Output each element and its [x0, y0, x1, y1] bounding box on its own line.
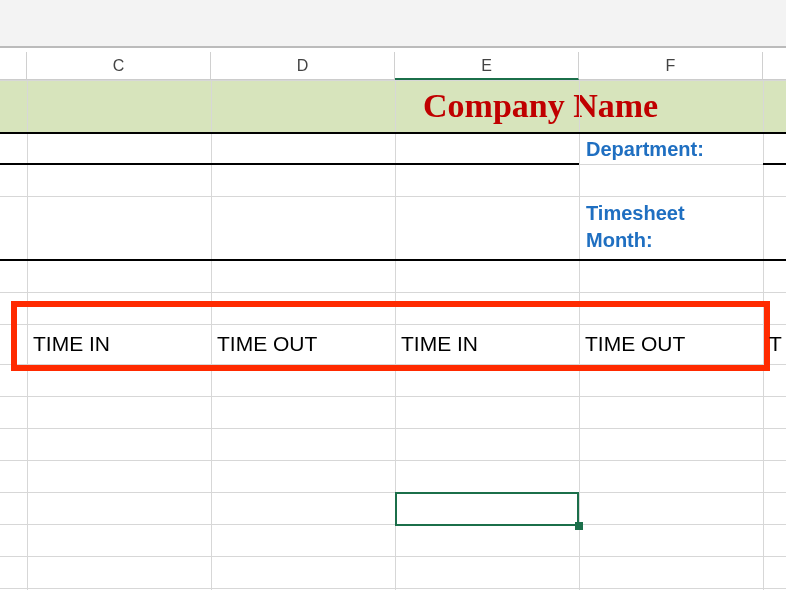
selected-cell[interactable] — [395, 492, 579, 526]
column-header-row: C D E F — [0, 52, 786, 80]
toolbar-area — [0, 0, 786, 46]
company-name-title: Company Name — [423, 80, 785, 132]
column-header-E[interactable]: E — [395, 52, 579, 80]
column-header-C[interactable]: C — [27, 52, 211, 80]
spreadsheet-viewport: C D E F Company Name Department: Timeshe… — [0, 0, 786, 590]
gridline-h — [0, 196, 786, 197]
column-header-C-label: C — [113, 57, 125, 74]
border-bot-row2 — [0, 163, 579, 165]
gridline-h — [0, 492, 786, 493]
selection-fill-handle[interactable] — [575, 522, 583, 530]
label-timesheet-month-line1: Timesheet — [586, 201, 685, 225]
column-header-F-label: F — [666, 57, 676, 74]
border-bot-row2-right — [763, 163, 786, 165]
border-top-row2 — [0, 132, 786, 134]
column-header-D-label: D — [297, 57, 309, 74]
gridline-h — [0, 428, 786, 429]
rowcol-corner[interactable] — [0, 52, 27, 80]
label-timesheet-month-line2: Month: — [586, 228, 653, 252]
header-time-out-1: TIME OUT — [217, 332, 317, 356]
gridline-h — [0, 80, 786, 81]
header-time-in-1: TIME IN — [33, 332, 110, 356]
gridline-h — [0, 588, 786, 589]
header-partial-g: T — [769, 332, 782, 356]
column-header-F[interactable]: F — [579, 52, 763, 80]
gridline-h — [0, 524, 786, 525]
header-time-out-2: TIME OUT — [585, 332, 685, 356]
gridline-h — [0, 292, 786, 293]
column-header-D[interactable]: D — [211, 52, 395, 80]
column-header-E-label: E — [481, 57, 492, 74]
gridline-h — [0, 396, 786, 397]
column-header-G-partial[interactable] — [763, 52, 786, 80]
toolbar-border — [0, 46, 786, 48]
border-bot-row4 — [0, 259, 786, 261]
header-time-in-2: TIME IN — [401, 332, 478, 356]
label-department: Department: — [586, 137, 704, 161]
gridline-h — [0, 460, 786, 461]
gridline-h — [0, 556, 786, 557]
